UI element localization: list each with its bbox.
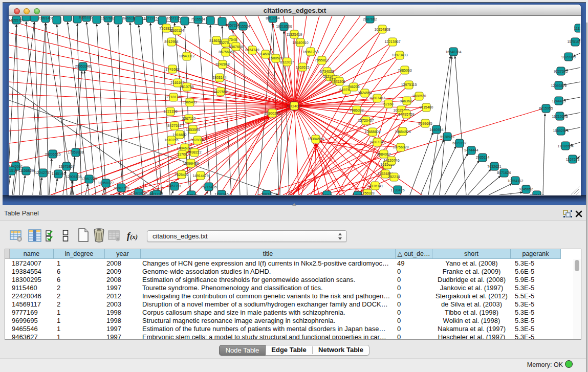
svg-text:1071915: 1071915: [143, 16, 157, 20]
svg-text:7485063: 7485063: [398, 69, 411, 72]
svg-text:10807487: 10807487: [369, 96, 385, 100]
svg-text:7546: 7546: [229, 38, 237, 41]
svg-text:20891406: 20891406: [37, 16, 53, 20]
svg-text:14914479: 14914479: [192, 174, 208, 178]
svg-text:2718176: 2718176: [166, 95, 180, 99]
svg-text:10688609: 10688609: [364, 130, 380, 134]
svg-text:1292346: 1292346: [214, 192, 228, 195]
svg-text:19654923: 19654923: [395, 130, 410, 134]
svg-text:11325419: 11325419: [287, 33, 302, 36]
svg-text:15692971: 15692971: [553, 129, 569, 133]
svg-text:15716485: 15716485: [201, 185, 216, 189]
svg-text:5938923: 5938923: [440, 135, 454, 139]
svg-text:1640954: 1640954: [429, 128, 443, 132]
svg-text:8215955: 8215955: [539, 106, 553, 110]
svg-text:16961758: 16961758: [302, 50, 318, 54]
svg-text:8912954: 8912954: [164, 40, 178, 43]
svg-text:8813054: 8813054: [266, 16, 279, 20]
svg-text:771235: 771235: [150, 192, 162, 195]
svg-text:1741688: 1741688: [165, 68, 179, 71]
svg-text:10973493: 10973493: [391, 53, 407, 57]
svg-text:9786612: 9786612: [530, 193, 543, 195]
svg-text:9146821: 9146821: [258, 52, 272, 56]
svg-text:16548784: 16548784: [445, 50, 461, 54]
svg-text:16782759: 16782759: [113, 186, 129, 190]
svg-text:16099489: 16099489: [183, 162, 199, 165]
svg-text:9084067: 9084067: [377, 152, 390, 156]
svg-text:2161642: 2161642: [170, 81, 184, 84]
svg-text:7955812: 7955812: [315, 58, 329, 62]
svg-text:8878334: 8878334: [190, 138, 204, 142]
svg-text:11121: 11121: [574, 27, 580, 30]
svg-text:1145194: 1145194: [52, 172, 66, 176]
svg-text:3824554: 3824554: [358, 91, 372, 95]
svg-text:3267110: 3267110: [182, 117, 196, 120]
svg-text:104523: 104523: [185, 193, 197, 195]
svg-text:2935114: 2935114: [476, 156, 490, 159]
svg-text:3498222: 3498222: [187, 150, 201, 154]
svg-text:14120746: 14120746: [383, 159, 399, 162]
svg-text:7986322: 7986322: [350, 108, 363, 112]
svg-text:19384554: 19384554: [308, 137, 323, 141]
svg-text:8242848: 8242848: [215, 62, 229, 66]
svg-text:1610756: 1610756: [180, 85, 193, 89]
svg-text:10958127: 10958127: [98, 181, 114, 185]
svg-text:391514: 391514: [9, 169, 17, 172]
svg-text:9245652: 9245652: [519, 187, 533, 191]
svg-text:10654112: 10654112: [508, 179, 524, 183]
svg-text:12975115: 12975115: [401, 83, 417, 86]
svg-text:1733426: 1733426: [390, 188, 404, 192]
svg-text:7515524: 7515524: [236, 25, 250, 28]
svg-text:12923466: 12923466: [130, 191, 146, 195]
svg-text:7632621: 7632621: [487, 165, 501, 168]
svg-text:746206: 746206: [347, 85, 359, 89]
svg-text:15751074: 15751074: [567, 40, 580, 43]
svg-text:1588520: 1588520: [269, 56, 282, 60]
svg-text:10543312: 10543312: [179, 54, 194, 58]
svg-text:87213: 87213: [322, 193, 332, 195]
svg-text:8660124: 8660124: [170, 29, 184, 32]
svg-text:10653267: 10653267: [78, 16, 94, 19]
svg-text:19218506: 19218506: [276, 25, 292, 28]
svg-text:11156829: 11156829: [18, 169, 34, 172]
svg-text:10756928: 10756928: [393, 145, 408, 149]
svg-text:1244415: 1244415: [552, 99, 565, 103]
svg-text:9457791: 9457791: [167, 184, 181, 188]
svg-text:14136141: 14136141: [367, 184, 383, 188]
svg-text:7515524: 7515524: [191, 17, 205, 21]
svg-text:8675685: 8675685: [219, 50, 232, 54]
svg-text:99210: 99210: [262, 192, 272, 195]
svg-text:1167533: 1167533: [566, 158, 580, 161]
svg-text:11700: 11700: [178, 152, 187, 156]
svg-text:1527602: 1527602: [101, 16, 115, 20]
svg-text:9474444: 9474444: [464, 148, 478, 152]
svg-text:16671355: 16671355: [166, 16, 182, 20]
svg-text:845206: 845206: [333, 80, 345, 83]
svg-text:7625402: 7625402: [175, 173, 188, 177]
svg-text:8322017: 8322017: [280, 60, 294, 64]
svg-text:1610755: 1610755: [164, 138, 178, 142]
svg-text:12905135: 12905135: [66, 175, 81, 179]
svg-text:10154808: 10154808: [374, 28, 390, 31]
svg-text:17957225: 17957225: [81, 177, 97, 181]
svg-text:7756928: 7756928: [360, 191, 374, 195]
svg-text:9329906: 9329906: [561, 55, 575, 59]
svg-text:9463627: 9463627: [400, 99, 413, 103]
svg-text:2803144: 2803144: [212, 76, 226, 79]
svg-text:18724007: 18724007: [286, 104, 302, 108]
svg-text:1588520: 1588520: [412, 94, 426, 98]
svg-text:1965493: 1965493: [183, 100, 197, 104]
svg-text:6879197: 6879197: [452, 141, 466, 145]
svg-text:16210643: 16210643: [552, 115, 568, 118]
svg-text:2367608: 2367608: [229, 45, 243, 49]
svg-text:20053346: 20053346: [75, 64, 91, 68]
svg-text:8427512: 8427512: [167, 124, 181, 127]
svg-text:1353594: 1353594: [186, 128, 200, 132]
svg-text:18640910: 18640910: [292, 41, 308, 45]
svg-text:9115460: 9115460: [420, 105, 433, 109]
svg-text:18807249: 18807249: [369, 140, 385, 144]
svg-text:14495759: 14495759: [398, 113, 414, 116]
svg-text:13975867: 13975867: [58, 165, 74, 168]
svg-text:8427552: 8427552: [213, 90, 227, 94]
svg-text:12093872: 12093872: [551, 84, 567, 87]
